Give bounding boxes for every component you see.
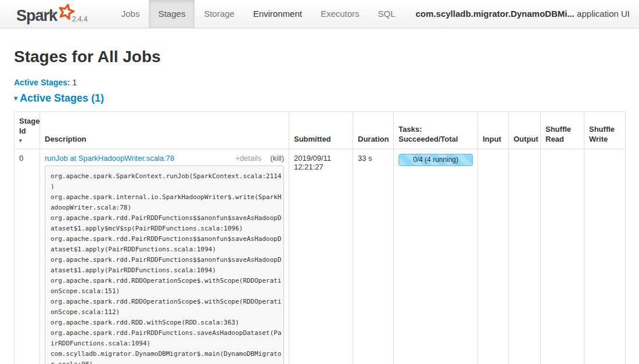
stage-row: 0 runJob at SparkHadoopWriter.scala:78 +…: [15, 149, 626, 364]
spark-wordmark: Spark: [16, 7, 57, 24]
header-shuffle-read[interactable]: Shuffle Read: [541, 112, 584, 149]
input-cell: [478, 149, 509, 364]
active-stages-table: Stage Id ▾ Description Submitted Duratio…: [14, 111, 626, 364]
active-stages-section-header[interactable]: ▾Active Stages (1): [14, 92, 625, 104]
submitted-cell: 2019/09/11 12:21:27: [289, 149, 353, 364]
duration-cell: 33 s: [353, 149, 394, 364]
top-navbar: APACHE Spark 2.4.4 Jobs Stages Storage E…: [0, 0, 639, 28]
shuffle-read-cell: [541, 149, 584, 364]
apache-label: APACHE: [37, 11, 59, 15]
header-duration[interactable]: Duration: [353, 112, 394, 149]
details-toggle[interactable]: +details: [235, 154, 261, 163]
header-tasks[interactable]: Tasks: Succeeded/Total: [394, 112, 478, 149]
header-stage-id[interactable]: Stage Id ▾: [15, 112, 40, 149]
header-output[interactable]: Output: [509, 112, 541, 149]
table-header-row: Stage Id ▾ Description Submitted Duratio…: [15, 112, 626, 149]
spark-logo[interactable]: APACHE Spark 2.4.4: [0, 0, 96, 28]
tab-sql[interactable]: SQL: [369, 0, 405, 28]
stage-stack-trace: org.apache.spark.SparkContext.runJob(Spa…: [45, 165, 284, 364]
tab-executors[interactable]: Executors: [311, 0, 369, 28]
stage-detail-link[interactable]: runJob at SparkHadoopWriter.scala:78: [45, 154, 174, 163]
header-submitted[interactable]: Submitted: [289, 112, 353, 149]
tasks-progress-bar: 0/4 (4 running): [399, 154, 473, 166]
tab-storage[interactable]: Storage: [195, 0, 244, 28]
stages-summary: Active Stages: 1: [14, 78, 625, 87]
application-name-suffix: application UI: [575, 9, 630, 19]
kill-link[interactable]: (kill): [270, 154, 284, 163]
description-cell: runJob at SparkHadoopWriter.scala:78 +de…: [40, 149, 289, 364]
header-description[interactable]: Description: [40, 112, 289, 149]
application-name: com.scylladb.migrator.DynamoDBMi... appl…: [416, 0, 639, 28]
shuffle-write-cell: [584, 149, 626, 364]
spark-star-icon: [57, 3, 76, 24]
header-shuffle-write[interactable]: Shuffle Write: [584, 112, 626, 149]
tab-jobs[interactable]: Jobs: [112, 0, 149, 28]
application-name-bold: com.scylladb.migrator.DynamoDBMi...: [416, 9, 575, 19]
tasks-cell: 0/4 (4 running): [394, 149, 478, 364]
active-stages-count: 1: [72, 78, 77, 87]
tab-environment[interactable]: Environment: [244, 0, 311, 28]
output-cell: [509, 149, 541, 364]
collapse-arrow-icon: ▾: [14, 94, 17, 102]
stage-id-cell: 0: [15, 149, 40, 364]
sort-desc-icon: ▾: [19, 138, 35, 145]
tab-stages[interactable]: Stages: [149, 0, 195, 28]
active-stages-section-title: Active Stages (1): [20, 92, 104, 104]
header-input[interactable]: Input: [478, 112, 509, 149]
page-title: Stages for All Jobs: [14, 48, 625, 66]
active-stages-summary-link[interactable]: Active Stages:: [14, 78, 70, 87]
nav-tabs: Jobs Stages Storage Environment Executor…: [112, 0, 405, 28]
page-content: Stages for All Jobs Active Stages: 1 ▾Ac…: [0, 48, 639, 364]
